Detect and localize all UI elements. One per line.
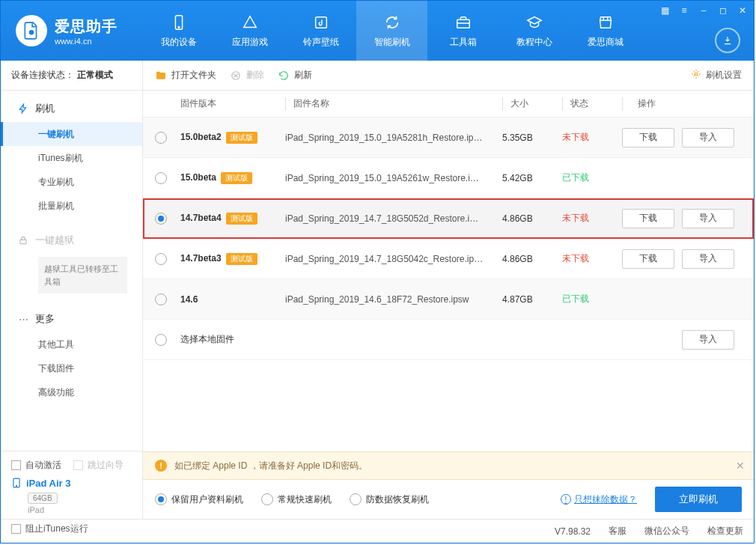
fw-name: iPad_Spring_2019_15.0_19A5261w_Restore.i… <box>285 173 479 183</box>
nav-toolbox[interactable]: 工具箱 <box>427 1 499 61</box>
beta-badge: 测试版 <box>226 213 257 225</box>
top-nav: 我的设备应用游戏铃声壁纸智能刷机工具箱教程中心爱思商城 <box>143 1 641 61</box>
erase-data-link[interactable]: ! 只想抹除数据？ <box>561 493 637 506</box>
table-row[interactable]: 14.6iPad_Spring_2019_14.6_18F72_Restore.… <box>143 279 754 320</box>
footer: 阻止iTunes运行 V7.98.32 客服 微信公众号 检查更新 <box>1 519 754 543</box>
fw-version: 15.0beta2 <box>180 132 222 142</box>
import-button[interactable]: 导入 <box>682 249 734 269</box>
delete-icon <box>230 70 242 82</box>
fw-size: 5.35GB <box>502 133 562 143</box>
block-itunes-checkbox[interactable]: 阻止iTunes运行 <box>11 523 88 535</box>
table-header: 固件版本 固件名称 大小 状态 操作 <box>143 91 754 118</box>
flash-now-button[interactable]: 立即刷机 <box>655 487 742 512</box>
grad-icon <box>525 13 543 31</box>
table-row[interactable]: 15.0beta测试版iPad_Spring_2019_15.0_19A5261… <box>143 158 754 198</box>
footer-support[interactable]: 客服 <box>609 525 627 538</box>
sidebar-head-more[interactable]: ⋯ 更多 <box>1 305 142 332</box>
logo-icon <box>16 15 47 46</box>
block-itunes-label: 阻止iTunes运行 <box>25 523 88 535</box>
sidebar-item-advanced[interactable]: 高级功能 <box>1 380 142 404</box>
row-radio[interactable] <box>155 253 167 265</box>
sidebar-section-flash: 刷机 一键刷机 iTunes刷机 专业刷机 批量刷机 <box>1 91 142 222</box>
flash-icon <box>17 103 29 115</box>
fw-status: 已下载 <box>562 293 622 305</box>
row-radio[interactable] <box>155 334 167 346</box>
download-ring-button[interactable] <box>715 28 740 53</box>
logo-text: 爱思助手 www.i4.cn <box>55 16 118 46</box>
row-radio[interactable] <box>155 132 167 144</box>
nav-label: 我的设备 <box>161 36 197 49</box>
connection-status: 设备连接状态： 正常模式 <box>1 61 142 91</box>
warning-icon: ! <box>155 460 167 472</box>
auto-activate-checkbox[interactable]: 自动激活 <box>11 459 61 472</box>
sidebar-item-oneclick[interactable]: 一键刷机 <box>1 122 142 146</box>
minimize-button[interactable]: – <box>697 4 710 17</box>
erase-data-link-label: 只想抹除数据？ <box>574 493 637 506</box>
fw-status: 未下载 <box>562 252 622 265</box>
grid-icon[interactable]: ▦ <box>658 4 671 17</box>
col-status: 状态 <box>570 97 588 110</box>
table-row[interactable]: 14.7beta3测试版iPad_Spring_2019_14.7_18G504… <box>143 239 754 279</box>
row-radio[interactable] <box>155 172 167 184</box>
footer-wechat[interactable]: 微信公众号 <box>644 525 689 538</box>
apple-id-banner: ! 如已绑定 Apple ID ，请准备好 Apple ID和密码。 ✕ <box>143 451 754 480</box>
import-button[interactable]: 导入 <box>682 209 734 228</box>
open-folder-button[interactable]: 打开文件夹 <box>155 69 216 82</box>
close-button[interactable]: ✕ <box>736 4 749 17</box>
refresh-button[interactable]: 刷新 <box>278 69 312 82</box>
fw-name: iPad_Spring_2019_14.7_18G5052d_Restore.i… <box>285 213 478 224</box>
apps-icon <box>241 13 259 31</box>
lock-icon <box>17 234 29 246</box>
flash-settings-button[interactable]: 刷机设置 <box>691 69 742 82</box>
sidebar-item-pro[interactable]: 专业刷机 <box>1 170 142 194</box>
sidebar-item-batch[interactable]: 批量刷机 <box>1 194 142 218</box>
row-radio[interactable] <box>155 213 167 225</box>
sidebar: 设备连接状态： 正常模式 刷机 一键刷机 iTunes刷机 专业刷机 批量刷机 <box>1 61 143 519</box>
refresh-icon <box>278 70 290 82</box>
footer-check-update[interactable]: 检查更新 <box>707 525 743 538</box>
fw-version: 14.7beta4 <box>180 213 222 223</box>
more-icon: ⋯ <box>17 313 29 325</box>
gear-icon <box>691 69 701 82</box>
flash-options-bar: 保留用户资料刷机 常规快速刷机 防数据恢复刷机 ! 只想抹除数据？ 立即刷机 <box>143 480 754 519</box>
beta-badge: 测试版 <box>226 132 257 144</box>
download-button[interactable]: 下载 <box>622 209 674 228</box>
sidebar-item-other-tools[interactable]: 其他工具 <box>1 332 142 356</box>
download-button[interactable]: 下载 <box>622 128 674 147</box>
menu-icon[interactable]: ≡ <box>677 4 691 17</box>
download-button[interactable]: 下载 <box>622 249 674 269</box>
nav-grad[interactable]: 教程中心 <box>499 1 570 61</box>
maximize-button[interactable]: ◻ <box>716 4 730 17</box>
col-version: 固件版本 <box>180 97 285 110</box>
import-button[interactable]: 导入 <box>682 128 734 147</box>
sidebar-head-more-label: 更多 <box>35 312 55 326</box>
sidebar-device-panel: 自动激活 跳过向导 iPad Air 3 64GB iPad <box>1 451 142 519</box>
col-name: 固件名称 <box>293 97 329 110</box>
svg-rect-5 <box>20 240 26 243</box>
device-name[interactable]: iPad Air 3 <box>11 476 132 490</box>
nav-label: 铃声壁纸 <box>303 36 339 49</box>
sidebar-head-flash[interactable]: 刷机 <box>1 95 142 122</box>
flash-settings-label: 刷机设置 <box>706 69 742 82</box>
local-firmware-row[interactable]: 选择本地固件导入 <box>143 320 754 360</box>
fw-name: iPad_Spring_2019_14.6_18F72_Restore.ipsw <box>285 294 469 305</box>
table-row[interactable]: 15.0beta2测试版iPad_Spring_2019_15.0_19A528… <box>143 118 754 158</box>
nav-music[interactable]: 铃声壁纸 <box>285 1 356 61</box>
nav-phone[interactable]: 我的设备 <box>143 1 214 61</box>
banner-close-button[interactable]: ✕ <box>736 460 745 472</box>
sidebar-item-itunes[interactable]: iTunes刷机 <box>1 146 142 170</box>
import-button[interactable]: 导入 <box>682 330 734 350</box>
row-radio[interactable] <box>155 293 167 305</box>
opt-anti-recovery[interactable]: 防数据恢复刷机 <box>350 493 429 506</box>
opt-keep-data[interactable]: 保留用户资料刷机 <box>155 493 243 506</box>
sidebar-item-download-fw[interactable]: 下载固件 <box>1 356 142 380</box>
nav-shop[interactable]: 爱思商城 <box>570 1 641 61</box>
fw-status: 已下载 <box>562 171 622 184</box>
skip-guide-checkbox[interactable]: 跳过向导 <box>73 459 124 472</box>
nav-refresh[interactable]: 智能刷机 <box>356 1 427 61</box>
opt-normal[interactable]: 常规快速刷机 <box>261 493 332 506</box>
refresh-icon <box>383 13 401 31</box>
fw-version: 14.6 <box>180 294 198 305</box>
nav-apps[interactable]: 应用游戏 <box>214 1 285 61</box>
table-row[interactable]: 14.7beta4测试版iPad_Spring_2019_14.7_18G505… <box>143 198 754 239</box>
